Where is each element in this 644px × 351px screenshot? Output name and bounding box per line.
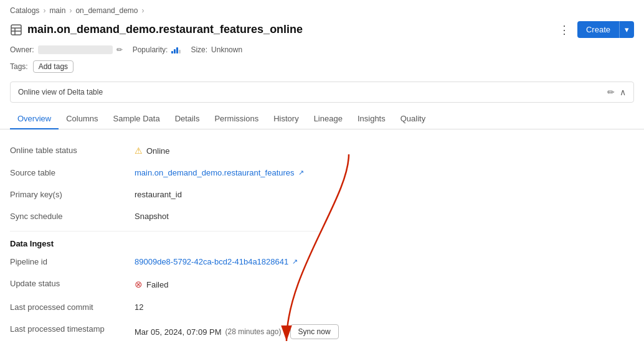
breadcrumb-sep-2: ›	[69, 6, 72, 15]
timestamp-note: (28 minutes ago)	[225, 327, 281, 336]
primary-key-row: Primary key(s) restaurant_id	[10, 184, 634, 205]
pipeline-id-value: 89009de8-5792-42ca-bcd2-41b4a1828641 ↗	[135, 257, 298, 266]
tab-lineage[interactable]: Lineage	[306, 109, 350, 129]
last-processed-commit-label: Last processed commit	[10, 302, 135, 312]
owner-value-placeholder	[38, 45, 113, 54]
info-box-collapse-button[interactable]: ∧	[620, 87, 626, 97]
primary-key-value: restaurant_id	[135, 190, 182, 199]
error-icon: ⊗	[135, 279, 143, 290]
source-table-row: Source table main.on_demand_demo.restaur…	[10, 162, 634, 184]
info-box-text: Online view of Delta table	[18, 88, 103, 96]
pipeline-id-link[interactable]: 89009de8-5792-42ca-bcd2-41b4a1828641	[135, 257, 288, 266]
breadcrumb-main[interactable]: main	[49, 6, 65, 15]
breadcrumb-sep-3: ›	[141, 6, 144, 15]
owner-edit-icon[interactable]: ✏	[116, 45, 123, 54]
last-processed-commit-text: 12	[135, 302, 143, 312]
update-status-value: ⊗ Failed	[135, 279, 168, 290]
add-tags-button[interactable]: Add tags	[33, 60, 73, 73]
tab-columns[interactable]: Columns	[59, 109, 105, 129]
page-title: main.on_demand_demo.restaurant_features_…	[27, 23, 303, 36]
sync-schedule-row: Sync schedule Snapshot	[10, 205, 634, 227]
meta-row: Owner: ✏ Popularity: Size: Unknown	[0, 43, 644, 59]
breadcrumb-sep-1: ›	[43, 6, 45, 15]
owner-label: Owner:	[10, 45, 34, 54]
tab-insights[interactable]: Insights	[350, 109, 393, 129]
primary-key-label: Primary key(s)	[10, 190, 135, 199]
pipeline-id-row: Pipeline id 89009de8-5792-42ca-bcd2-41b4…	[10, 251, 634, 273]
data-ingest-title: Data Ingest	[10, 239, 634, 248]
tab-sample-data[interactable]: Sample Data	[105, 109, 167, 129]
pipeline-id-label: Pipeline id	[10, 257, 135, 266]
bar-1	[171, 51, 173, 54]
size-value: Unknown	[211, 45, 242, 54]
size-label: Size:	[191, 45, 207, 54]
create-button-arrow[interactable]: ▾	[619, 21, 634, 38]
last-processed-timestamp-label: Last processed timestamp	[10, 324, 135, 334]
source-table-value: main.on_demand_demo.restaurant_features …	[135, 168, 304, 177]
breadcrumb: Catalogs › main › on_demand_demo ›	[0, 0, 644, 19]
breadcrumb-on-demand-demo[interactable]: on_demand_demo	[75, 6, 138, 15]
online-table-status-row: Online table status ⚠ Online	[10, 139, 634, 162]
section-divider	[10, 231, 321, 232]
source-table-link[interactable]: main.on_demand_demo.restaurant_features	[135, 168, 295, 177]
bar-2	[174, 49, 176, 54]
page-header: main.on_demand_demo.restaurant_features_…	[0, 19, 644, 43]
more-options-button[interactable]: ⋮	[556, 22, 572, 38]
svg-rect-0	[11, 25, 21, 35]
tab-permissions[interactable]: Permissions	[207, 109, 266, 129]
tab-details[interactable]: Details	[168, 109, 207, 129]
tabs-bar: Overview Columns Sample Data Details Per…	[0, 109, 644, 129]
info-box-edit-button[interactable]: ✏	[607, 87, 615, 97]
page-title-section: main.on_demand_demo.restaurant_features_…	[10, 23, 303, 36]
last-processed-commit-value: 12	[135, 302, 143, 312]
sync-schedule-value: Snapshot	[135, 212, 169, 221]
tab-quality[interactable]: Quality	[393, 109, 433, 129]
breadcrumb-catalogs[interactable]: Catalogs	[10, 6, 39, 15]
info-box-actions: ✏ ∧	[607, 87, 626, 97]
overview-content: Online table status ⚠ Online Source tabl…	[0, 129, 644, 351]
tab-history[interactable]: History	[266, 109, 306, 129]
warning-icon: ⚠	[135, 146, 143, 156]
update-status-label: Update status	[10, 279, 135, 288]
popularity-bars	[171, 46, 181, 54]
last-processed-timestamp-text: Mar 05, 2024, 07:09 PM	[135, 327, 221, 337]
last-processed-timestamp-row: Last processed timestamp Mar 05, 2024, 0…	[10, 318, 634, 345]
popularity-item: Popularity:	[133, 45, 181, 54]
create-button-label: Create	[577, 21, 619, 38]
primary-key-text: restaurant_id	[135, 190, 182, 199]
create-button[interactable]: Create ▾	[577, 21, 634, 38]
source-table-ext-icon: ↗	[298, 169, 304, 177]
sync-schedule-label: Sync schedule	[10, 212, 135, 221]
sync-schedule-text: Snapshot	[135, 212, 169, 221]
last-processed-timestamp-value: Mar 05, 2024, 07:09 PM (28 minutes ago) …	[135, 324, 339, 339]
tags-row: Tags: Add tags	[0, 59, 644, 79]
table-icon	[10, 24, 22, 36]
online-table-status-value: ⚠ Online	[135, 146, 170, 156]
bar-4	[179, 50, 181, 54]
info-box-header: Online view of Delta table ✏ ∧	[11, 82, 633, 102]
header-actions: ⋮ Create ▾	[556, 21, 634, 38]
tab-overview[interactable]: Overview	[10, 109, 59, 129]
online-table-status-text: Online	[146, 146, 170, 156]
sync-now-button[interactable]: Sync now	[290, 324, 339, 339]
size-item: Size: Unknown	[191, 45, 242, 54]
owner-item: Owner: ✏	[10, 45, 123, 54]
tags-label: Tags:	[10, 62, 28, 71]
last-processed-commit-row: Last processed commit 12	[10, 296, 634, 318]
info-box: Online view of Delta table ✏ ∧	[10, 82, 634, 103]
popularity-label: Popularity:	[133, 45, 168, 54]
pipeline-id-ext-icon: ↗	[292, 258, 298, 266]
online-table-status-label: Online table status	[10, 146, 135, 155]
bar-3	[176, 47, 178, 54]
update-status-row: Update status ⊗ Failed	[10, 273, 634, 296]
source-table-label: Source table	[10, 168, 135, 177]
update-status-text: Failed	[146, 280, 168, 289]
